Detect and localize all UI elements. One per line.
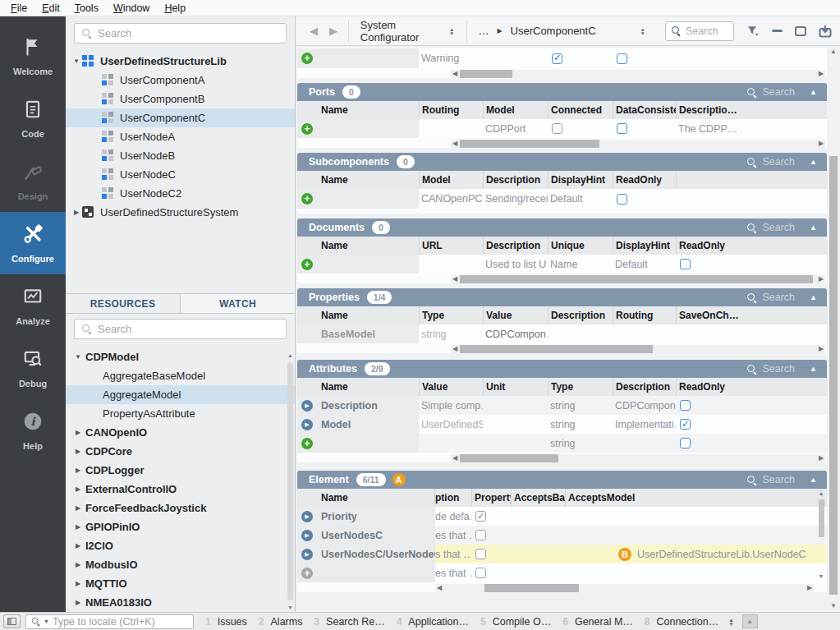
chevron-right-icon[interactable]: ▶ — [72, 580, 84, 587]
expand-icon[interactable]: ▶ — [301, 549, 313, 560]
breadcrumb-ellipsis[interactable]: … — [478, 25, 489, 37]
locator-input[interactable]: ▼ Type to locate (Ctrl+K) — [25, 614, 194, 629]
tree-item-userdefinedstructuresystem[interactable]: ▶ UserDefinedStructureSystem — [66, 203, 295, 222]
scroll-left-icon[interactable]: ◀ — [435, 584, 443, 592]
horizontal-scrollbar[interactable]: ◀ ▶ — [451, 140, 825, 148]
subcomponents-header[interactable]: Subcomponents 0 Search ▲ — [297, 153, 827, 171]
ports-header[interactable]: Ports 0 Search ▲ — [297, 83, 827, 101]
tree-item-mqttio[interactable]: ▶ MQTTIO — [66, 574, 295, 593]
chevron-down-icon[interactable]: ▼ — [71, 57, 82, 65]
scrollbar-thumb[interactable] — [460, 345, 653, 353]
minimize-section-icon[interactable] — [772, 30, 783, 32]
scroll-up-icon[interactable]: ▲ — [287, 352, 294, 358]
tree-item-forcefeedbackjoystick[interactable]: ▶ ForceFeedbackJoystick — [66, 499, 295, 517]
mode-debug[interactable]: Debug — [0, 337, 66, 399]
menu-tools[interactable]: Tools — [67, 1, 106, 16]
tree-item-usernodec[interactable]: UserNodeC — [66, 165, 295, 184]
add-icon[interactable]: + — [301, 568, 313, 579]
tree-item-cdplogger[interactable]: ▶ CDPLogger — [66, 461, 295, 480]
chevron-right-icon[interactable]: ▶ — [72, 429, 84, 436]
add-icon[interactable]: + — [301, 193, 313, 205]
panel-compile-output[interactable]: 5 Compile O… — [480, 616, 551, 628]
back-icon[interactable]: ◀ — [304, 25, 324, 37]
scrollbar-thumb[interactable] — [829, 156, 838, 595]
scrollbar-thumb[interactable] — [460, 140, 599, 148]
checkbox-unchecked[interactable] — [475, 568, 486, 578]
add-icon[interactable]: + — [301, 259, 313, 270]
collapse-icon[interactable]: ▲ — [810, 223, 817, 232]
scroll-right-icon[interactable]: ▶ — [817, 275, 825, 283]
mode-analyze[interactable]: Analyze — [0, 274, 66, 337]
tree-item-gpiopinio[interactable]: ▶ GPIOPinIO — [66, 517, 295, 536]
chevron-right-icon[interactable]: ▶ — [72, 542, 84, 550]
checkbox-unchecked[interactable] — [617, 194, 627, 205]
scroll-left-icon[interactable]: ◀ — [451, 70, 459, 78]
collapse-icon[interactable]: ▲ — [810, 476, 817, 484]
horizontal-scrollbar[interactable]: ◀ ▶ — [435, 584, 814, 592]
checkbox-checked[interactable] — [552, 53, 562, 64]
panel-general-messages[interactable]: 6 General M… — [562, 616, 633, 628]
scroll-right-icon[interactable]: ▶ — [817, 454, 825, 462]
add-icon[interactable]: + — [301, 53, 313, 64]
checkbox-unchecked[interactable] — [680, 438, 691, 448]
tree-item-usercomponenta[interactable]: UserComponentA — [66, 71, 295, 90]
add-icon[interactable]: + — [301, 123, 313, 135]
scroll-right-icon[interactable]: ▶ — [806, 584, 814, 592]
tree-item-cdpcore[interactable]: ▶ CDPCore — [66, 442, 295, 461]
expand-icon[interactable]: ▶ — [301, 400, 313, 412]
chevron-right-icon[interactable]: ▶ — [72, 485, 84, 493]
table-row[interactable]: + Warning — [297, 48, 827, 68]
tab-resources[interactable]: RESOURCES — [66, 294, 180, 314]
collapse-icon[interactable]: ▲ — [810, 158, 817, 166]
collapse-output-pane-button[interactable]: ▲ — [742, 614, 758, 628]
resources-search-input[interactable]: Search — [74, 319, 287, 339]
checkbox-unchecked[interactable] — [617, 123, 627, 134]
updown-icon[interactable]: ▲▼ — [728, 618, 733, 626]
tree-item-aggregatebasemodel[interactable]: AggregateBaseModel — [66, 366, 295, 385]
table-row[interactable]: + es that … — [297, 563, 827, 582]
checkbox-unchecked[interactable] — [552, 123, 562, 134]
view-selector[interactable]: System Configurator ▲▼ — [354, 19, 461, 44]
element-vertical-scrollbar[interactable]: ▲ ▼ — [817, 490, 825, 579]
chevron-right-icon[interactable]: ▶ — [72, 448, 84, 455]
panel-application-output[interactable]: 4 Application… — [397, 616, 469, 628]
section-search-input[interactable]: Search — [747, 363, 795, 375]
scroll-left-icon[interactable]: ◀ — [451, 275, 459, 283]
chevron-right-icon[interactable]: ▶ — [72, 523, 84, 531]
section-search-input[interactable]: Search — [747, 292, 795, 303]
tree-item-cdpmodel[interactable]: ▼ CDPModel — [66, 347, 295, 366]
table-row-highlighted[interactable]: ▶ UserNodesC/UserNodeC C s that … B User… — [297, 545, 827, 563]
tree-item-usernodec2[interactable]: UserNodeC2 — [66, 184, 295, 203]
panel-connection[interactable]: 8 Connection… — [645, 616, 718, 628]
chevron-down-icon[interactable]: ▼ — [72, 353, 84, 361]
menu-edit[interactable]: Edit — [34, 1, 67, 16]
mode-help[interactable]: i Help — [0, 399, 66, 462]
tree-item-usercomponentb[interactable]: UserComponentB — [66, 90, 295, 108]
checkbox-unchecked[interactable] — [680, 259, 691, 269]
table-row[interactable]: ▶ Priority de defa… — [297, 507, 827, 526]
scroll-up-icon[interactable]: ▲ — [817, 490, 825, 496]
toggle-sidebar-button[interactable] — [3, 614, 21, 628]
chevron-right-icon[interactable]: ▶ — [72, 504, 84, 512]
maximize-section-icon[interactable] — [795, 26, 806, 36]
horizontal-scrollbar[interactable]: ◀ ▶ — [451, 345, 825, 353]
table-row[interactable]: BaseModel string CDPCompon… — [297, 324, 827, 343]
tree-item-modbusio[interactable]: ▶ ModbusIO — [66, 555, 295, 574]
checkbox-checked[interactable] — [475, 511, 486, 522]
mode-welcome[interactable]: Welcome — [0, 25, 66, 87]
horizontal-scrollbar[interactable]: ◀ ▶ — [451, 70, 825, 78]
properties-header[interactable]: Properties 1/4 Search ▲ — [297, 288, 827, 306]
table-row[interactable]: ▶ Description Simple comp… string CDPCom… — [297, 396, 827, 415]
collapse-icon[interactable]: ▲ — [810, 365, 817, 373]
horizontal-scrollbar[interactable]: ◀ ▶ — [451, 454, 825, 462]
table-row[interactable]: ▶ UserNodesC es that … — [297, 526, 827, 545]
tree-item-externalcontrolio[interactable]: ▶ ExternalControlIO — [66, 480, 295, 499]
breadcrumb[interactable]: … ▶ UserComponentC ▲▼ — [471, 25, 652, 37]
scroll-right-icon[interactable]: ▶ — [817, 345, 825, 353]
chevron-right-icon[interactable]: ▶ — [72, 561, 84, 568]
table-row[interactable]: + Used to list U… Name Default — [297, 255, 827, 274]
main-vertical-scrollbar[interactable]: ▲ ▼ — [829, 48, 838, 609]
filter-icon[interactable] — [746, 25, 760, 37]
expand-icon[interactable]: ▶ — [301, 511, 313, 522]
mode-configure[interactable]: Configure — [0, 212, 66, 274]
